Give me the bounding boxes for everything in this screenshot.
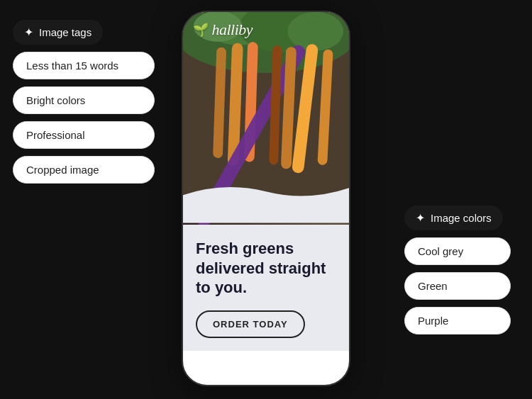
tag-cropped-image[interactable]: Cropped image	[13, 156, 155, 184]
image-colors-header: ✦ Image colors	[404, 206, 503, 230]
image-tags-header: ✦ Image tags	[13, 20, 103, 45]
image-tags-label: Image tags	[39, 26, 92, 38]
color-purple[interactable]: Purple	[404, 307, 511, 335]
svg-line-11	[287, 52, 292, 164]
phone-content-area: Fresh greens delivered straight to you. …	[183, 225, 349, 351]
logo-icon: 🌱	[193, 22, 209, 38]
phone-logo: 🌱 halliby	[193, 21, 253, 39]
sparkle-icon-2: ✦	[416, 211, 425, 225]
phone-image: 🌱 halliby	[183, 12, 349, 225]
image-colors-panel: ✦ Image colors Cool grey Green Purple	[404, 206, 511, 335]
color-green[interactable]: Green	[404, 272, 511, 300]
svg-line-6	[218, 52, 221, 154]
carrots-svg	[183, 12, 349, 225]
brand-name: halliby	[212, 21, 253, 39]
phone-headline: Fresh greens delivered straight to you.	[196, 239, 336, 298]
sparkle-icon: ✦	[24, 26, 33, 39]
phone-mockup: 🌱 halliby Fresh greens delivered straigh…	[182, 11, 350, 386]
tag-professional[interactable]: Professional	[13, 121, 155, 149]
svg-line-13	[323, 55, 328, 160]
order-today-button[interactable]: ORDER TODAY	[196, 310, 305, 338]
image-colors-label: Image colors	[431, 212, 492, 224]
tag-bright-colors[interactable]: Bright colors	[13, 86, 155, 114]
image-tags-panel: ✦ Image tags Less than 15 words Bright c…	[13, 20, 155, 184]
tag-less-than-15-words[interactable]: Less than 15 words	[13, 52, 155, 79]
color-cool-grey[interactable]: Cool grey	[404, 237, 511, 265]
svg-point-4	[287, 12, 343, 51]
svg-line-12	[274, 50, 277, 160]
svg-line-7	[233, 49, 238, 160]
